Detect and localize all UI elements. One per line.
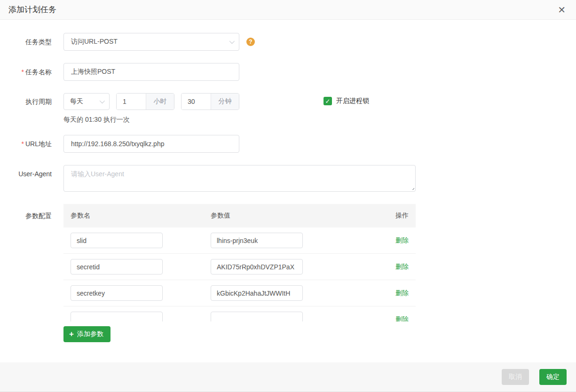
dialog-title: 添加计划任务 xyxy=(8,4,56,15)
param-value-input[interactable] xyxy=(211,285,303,301)
param-value-input[interactable] xyxy=(211,259,303,274)
column-header-name: 参数名 xyxy=(63,212,204,220)
chevron-down-icon xyxy=(229,39,235,44)
help-icon[interactable]: ? xyxy=(246,38,255,46)
dialog-footer: 取消 确定 xyxy=(0,362,576,392)
column-header-value: 参数值 xyxy=(204,212,345,220)
user-agent-label: User-Agent xyxy=(0,165,52,178)
param-value-input[interactable] xyxy=(211,312,303,321)
minute-input[interactable] xyxy=(181,94,211,110)
schedule-note: 每天的 01:30 执行一次 xyxy=(63,116,576,124)
cancel-button[interactable]: 取消 xyxy=(502,369,529,385)
task-type-label: 任务类型 xyxy=(0,33,52,46)
param-value-input[interactable] xyxy=(211,233,303,248)
param-name-input[interactable] xyxy=(71,285,163,301)
task-type-row: 任务类型 访问URL-POST ? xyxy=(0,33,576,51)
task-name-label: *任务名称 xyxy=(0,63,52,76)
delete-param-link[interactable]: 删除 xyxy=(395,289,409,297)
param-row: 删除 xyxy=(63,306,416,321)
hour-unit-label: 小时 xyxy=(146,94,174,110)
user-agent-row: User-Agent xyxy=(0,165,576,192)
hour-input[interactable] xyxy=(117,94,146,110)
confirm-button[interactable]: 确定 xyxy=(539,369,567,385)
schedule-label: 执行周期 xyxy=(0,93,52,105)
column-header-action: 操作 xyxy=(345,212,416,220)
process-lock-checkbox[interactable]: ✓ 开启进程锁 xyxy=(324,97,369,105)
add-cron-task-dialog: 添加计划任务 ✕ 任务类型 访问URL-POST ? *任务名称 执行周期 xyxy=(0,0,576,392)
url-row: *URL地址 xyxy=(0,135,576,153)
param-name-input[interactable] xyxy=(71,233,163,248)
required-asterisk: * xyxy=(22,140,24,148)
param-name-input[interactable] xyxy=(71,259,163,274)
minute-unit-label: 分钟 xyxy=(211,94,239,110)
hour-group: 小时 xyxy=(116,93,174,110)
param-name-input[interactable] xyxy=(71,312,163,321)
params-table-header: 参数名 参数值 操作 xyxy=(63,204,416,227)
required-asterisk: * xyxy=(22,68,24,76)
params-label: 参数配置 xyxy=(0,204,52,220)
task-type-value: 访问URL-POST xyxy=(71,38,118,46)
user-agent-textarea[interactable] xyxy=(63,165,416,192)
params-row: 参数配置 参数名 参数值 操作 删除 xyxy=(0,204,576,321)
task-name-row: *任务名称 xyxy=(0,63,576,81)
url-label: *URL地址 xyxy=(0,135,52,148)
cycle-select[interactable]: 每天 xyxy=(63,93,110,110)
params-table: 参数名 参数值 操作 删除 删除 xyxy=(63,204,416,321)
add-param-button[interactable]: + 添加参数 xyxy=(63,326,110,342)
schedule-row: 执行周期 每天 小时 分钟 ✓ 开启进程锁 xyxy=(0,93,576,110)
delete-param-link[interactable]: 删除 xyxy=(395,236,409,244)
params-table-body: 删除 删除 删除 xyxy=(63,227,416,321)
minute-group: 分钟 xyxy=(181,93,239,110)
checkbox-check-icon[interactable]: ✓ xyxy=(324,97,332,105)
close-icon[interactable]: ✕ xyxy=(556,4,568,16)
task-type-select[interactable]: 访问URL-POST xyxy=(63,33,239,51)
task-form: 任务类型 访问URL-POST ? *任务名称 执行周期 每天 xyxy=(0,20,576,342)
process-lock-label: 开启进程锁 xyxy=(336,97,369,105)
param-row: 删除 xyxy=(63,280,416,306)
add-param-button-label: 添加参数 xyxy=(77,330,103,338)
task-name-input[interactable] xyxy=(63,63,239,81)
delete-param-link[interactable]: 删除 xyxy=(395,315,409,321)
cycle-value: 每天 xyxy=(70,97,83,106)
plus-icon: + xyxy=(69,331,74,337)
schedule-note-row: 每天的 01:30 执行一次 xyxy=(0,116,576,124)
param-row: 删除 xyxy=(63,227,416,254)
chevron-down-icon xyxy=(100,98,105,103)
delete-param-link[interactable]: 删除 xyxy=(395,263,409,270)
dialog-header: 添加计划任务 ✕ xyxy=(0,0,576,20)
param-row: 删除 xyxy=(63,254,416,280)
url-input[interactable] xyxy=(63,135,239,153)
